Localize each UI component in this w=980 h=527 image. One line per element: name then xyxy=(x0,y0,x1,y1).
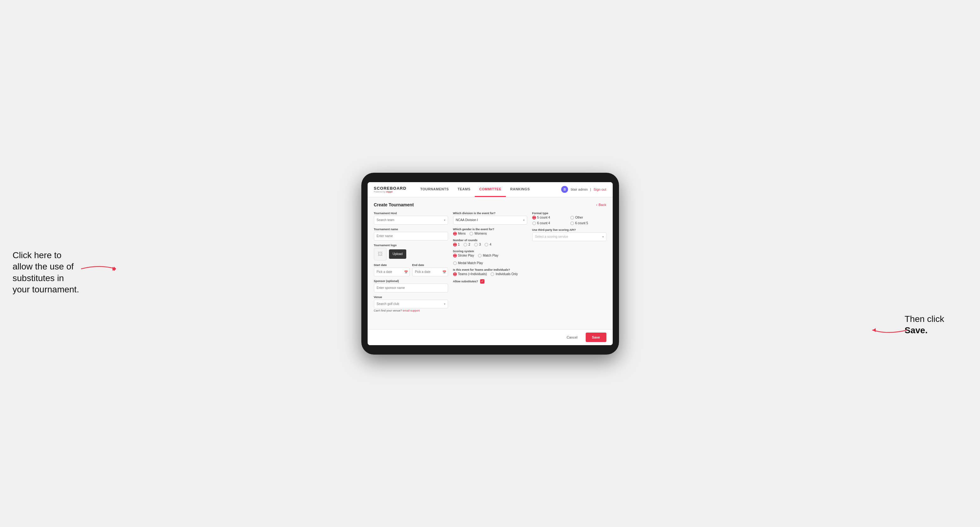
rounds-4-radio[interactable] xyxy=(485,243,488,246)
logo-label: Tournament logo xyxy=(374,244,448,247)
scoring-radio-group: Stroke Play Match Play Medal Match Play xyxy=(453,254,527,265)
name-input[interactable] xyxy=(374,232,448,241)
start-date-field: 📅 xyxy=(374,268,410,276)
start-date-group: Start date 📅 xyxy=(374,264,410,276)
event-type-radio-group: Teams (+Individuals) Individuals Only xyxy=(453,272,527,276)
substitutes-checkbox[interactable]: ✓ xyxy=(480,279,485,284)
format-6count4-radio[interactable] xyxy=(532,221,536,225)
rounds-3-radio[interactable] xyxy=(474,243,478,246)
nav-link-committee[interactable]: COMMITTEE xyxy=(475,182,506,197)
format-5count4-radio[interactable] xyxy=(532,216,536,219)
event-type-individuals-option[interactable]: Individuals Only xyxy=(490,272,518,276)
upload-button[interactable]: Upload xyxy=(389,249,407,259)
right-arrow xyxy=(869,324,907,337)
rounds-4-option[interactable]: 4 xyxy=(485,243,492,246)
scoring-match-radio[interactable] xyxy=(478,254,482,257)
rounds-2-radio[interactable] xyxy=(463,243,467,246)
sponsor-input[interactable] xyxy=(374,284,448,292)
start-date-input[interactable] xyxy=(374,268,410,276)
rounds-radio-group: 1 2 3 xyxy=(453,243,527,246)
page-title: Create Tournament xyxy=(374,202,414,207)
api-field-group: Use third-party live scoring API? Select… xyxy=(532,228,606,241)
date-row: Start date 📅 End date xyxy=(374,264,448,276)
event-type-teams-radio[interactable] xyxy=(453,272,457,276)
scoring-match-option[interactable]: Match Play xyxy=(478,254,498,257)
left-annotation: Click here to allow the use of substitut… xyxy=(13,250,82,295)
back-button[interactable]: ‹ Back xyxy=(596,203,606,206)
right-annotation: Then click Save. xyxy=(905,313,967,337)
nav-link-rankings[interactable]: RANKINGS xyxy=(506,182,535,197)
format-other-option[interactable]: Other xyxy=(570,216,606,219)
scoring-service-select[interactable]: Select a scoring service xyxy=(532,232,606,241)
name-label: Tournament name xyxy=(374,228,448,231)
rounds-2-option[interactable]: 2 xyxy=(463,243,470,246)
sign-out-link[interactable]: Sign out xyxy=(593,187,606,191)
host-select-wrapper xyxy=(374,216,448,225)
scoring-service-wrapper: Select a scoring service xyxy=(532,232,606,241)
gender-womens-radio[interactable] xyxy=(469,232,473,235)
form-col-3: Format type 5 count 4 xyxy=(532,212,606,312)
sponsor-label: Sponsor (optional) xyxy=(374,279,448,283)
scoring-stroke-option[interactable]: Stroke Play xyxy=(453,254,474,257)
format-5count4-option[interactable]: 5 count 4 xyxy=(532,216,568,219)
email-support-link[interactable]: email support xyxy=(403,309,420,312)
logo-subtitle: Powered by clippd xyxy=(374,190,407,193)
right-annotation-text-2: Save. xyxy=(905,325,928,335)
substitutes-checkbox-item[interactable]: Allow substitutes? ✓ xyxy=(453,279,527,284)
end-date-input[interactable] xyxy=(412,268,448,276)
username: blair admin xyxy=(571,187,587,191)
bottom-bar: Cancel Save xyxy=(368,329,613,345)
host-label: Tournament Host xyxy=(374,212,448,215)
format-6count5-radio[interactable] xyxy=(570,221,574,225)
nav-link-teams[interactable]: TEAMS xyxy=(453,182,475,197)
nav-link-tournaments[interactable]: TOURNAMENTS xyxy=(416,182,453,197)
gender-mens-radio[interactable] xyxy=(453,232,457,235)
navigation: SCOREBOARD Powered by clippd TOURNAMENTS… xyxy=(368,182,613,197)
end-date-field: 📅 xyxy=(412,268,448,276)
scoring-stroke-radio[interactable] xyxy=(453,254,457,257)
rounds-1-radio[interactable] xyxy=(453,243,457,246)
cancel-button[interactable]: Cancel xyxy=(562,333,582,342)
venue-input[interactable] xyxy=(374,300,448,308)
dates-group: Start date 📅 End date xyxy=(374,264,448,276)
rounds-1-option[interactable]: 1 xyxy=(453,243,460,246)
nav-right: B blair admin | Sign out xyxy=(561,186,606,193)
rounds-3-option[interactable]: 3 xyxy=(474,243,481,246)
logo-field-group: Tournament logo 🖼 Upload xyxy=(374,244,448,260)
svg-marker-1 xyxy=(873,328,876,332)
right-annotation-text-1: Then click xyxy=(905,314,944,324)
scoring-medal-radio[interactable] xyxy=(453,261,457,265)
venue-field-group: Venue Can't find your venue? email suppo… xyxy=(374,295,448,312)
gender-mens-option[interactable]: Mens xyxy=(453,232,466,235)
page-header: Create Tournament ‹ Back xyxy=(374,202,606,207)
avatar: B xyxy=(561,186,568,193)
host-field-group: Tournament Host xyxy=(374,212,448,225)
gender-radio-group: Mens Womens xyxy=(453,232,527,235)
logo: SCOREBOARD Powered by clippd xyxy=(374,186,407,193)
gender-womens-option[interactable]: Womens xyxy=(469,232,487,235)
event-type-individuals-radio[interactable] xyxy=(490,272,494,276)
format-other-radio[interactable] xyxy=(570,216,574,219)
event-type-field-group: Is this event for Teams and/or Individua… xyxy=(453,268,527,276)
host-input[interactable] xyxy=(374,216,448,225)
form-col-1: Tournament Host Tournament name Tourname… xyxy=(374,212,448,312)
format-6count5-option[interactable]: 6 count 5 xyxy=(570,221,606,225)
format-6count4-option[interactable]: 6 count 4 xyxy=(532,221,568,225)
logo-placeholder-icon: 🖼 xyxy=(374,248,387,260)
division-select-wrapper: NCAA Division I xyxy=(453,216,527,225)
page-content: Create Tournament ‹ Back Tournament Host xyxy=(368,197,613,329)
logo-brand: clippd xyxy=(386,190,393,193)
end-date-label: End date xyxy=(412,264,448,267)
save-button[interactable]: Save xyxy=(585,333,606,342)
event-type-teams-option[interactable]: Teams (+Individuals) xyxy=(453,272,487,276)
left-annotation-text: Click here to allow the use of substitut… xyxy=(13,250,79,294)
name-field-group: Tournament name xyxy=(374,228,448,241)
tablet-frame: SCOREBOARD Powered by clippd TOURNAMENTS… xyxy=(361,173,619,355)
nav-divider: | xyxy=(590,187,591,191)
division-select[interactable]: NCAA Division I xyxy=(453,216,527,225)
form-col-2: Which division is the event for? NCAA Di… xyxy=(453,212,527,312)
rounds-field-group: Number of rounds 1 2 xyxy=(453,239,527,246)
tablet-screen: SCOREBOARD Powered by clippd TOURNAMENTS… xyxy=(368,182,613,345)
scoring-medal-option[interactable]: Medal Match Play xyxy=(453,261,483,265)
rounds-label: Number of rounds xyxy=(453,239,527,242)
